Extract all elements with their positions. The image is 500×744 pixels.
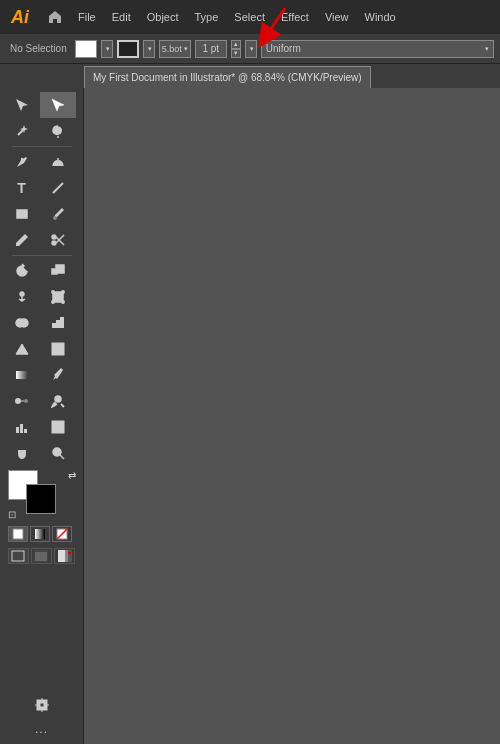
menu-effect[interactable]: Effect (273, 0, 317, 34)
svg-rect-7 (17, 210, 27, 218)
gradient-tool[interactable] (4, 362, 40, 388)
ai-logo: Ai (0, 0, 40, 34)
pen-tool[interactable] (4, 149, 40, 175)
svg-line-2 (18, 130, 23, 135)
menu-file[interactable]: File (70, 0, 104, 34)
pt-decrement[interactable]: ▼ (231, 49, 241, 58)
shape-builder-tool[interactable] (4, 310, 40, 336)
blend-tool[interactable] (4, 388, 40, 414)
pencil-tool[interactable] (4, 227, 40, 253)
menu-window[interactable]: Windo (357, 0, 404, 34)
selection-tool[interactable] (4, 92, 40, 118)
full-screen-mode[interactable] (54, 548, 75, 564)
menu-object[interactable]: Object (139, 0, 187, 34)
zoom-tool[interactable] (40, 440, 76, 466)
color-swatches-area: ⇄ ⊡ (4, 470, 80, 520)
swap-colors-icon[interactable]: ⇄ (68, 470, 76, 481)
svg-line-36 (61, 404, 64, 407)
pt-spinners: ▲ ▼ (231, 40, 241, 58)
menu-view[interactable]: View (317, 0, 357, 34)
lasso-tool[interactable] (40, 118, 76, 144)
svg-point-15 (20, 292, 24, 296)
type-tool[interactable]: T (4, 175, 40, 201)
options-bar: No Selection ▾ ▾ 5.bot ▾ 1 pt ▲ ▼ ▾ Unif… (0, 34, 500, 64)
document-tab[interactable]: My First Document in Illustrator* @ 68.8… (84, 66, 371, 88)
fill-dropdown[interactable]: ▾ (101, 40, 113, 58)
svg-point-19 (51, 301, 53, 303)
default-colors-icon[interactable]: ⊡ (8, 509, 16, 520)
color-mode-btn[interactable] (8, 526, 28, 542)
uniform-dropdown[interactable]: Uniform ▾ (261, 40, 494, 58)
canvas-area (84, 88, 500, 744)
svg-rect-31 (16, 371, 28, 379)
pt-dropdown[interactable]: ▾ (245, 40, 257, 58)
tool-row-1 (4, 92, 80, 118)
svg-rect-23 (52, 323, 56, 328)
menu-edit[interactable]: Edit (104, 0, 139, 34)
svg-rect-25 (60, 317, 64, 328)
svg-point-18 (61, 291, 63, 293)
more-tools-button[interactable]: ... (35, 722, 48, 736)
slice-tool[interactable] (40, 414, 76, 440)
menu-select[interactable]: Select (226, 0, 273, 34)
scissors-tool[interactable] (40, 227, 76, 253)
svg-rect-37 (16, 427, 19, 433)
tool-row-11 (4, 362, 80, 388)
screen-mode-buttons (4, 546, 80, 566)
column-graph-tool[interactable] (4, 414, 40, 440)
svg-point-32 (15, 398, 21, 404)
svg-point-17 (51, 291, 53, 293)
svg-rect-39 (24, 429, 27, 433)
tool-row-7 (4, 258, 80, 284)
toolbar-bottom: ... (24, 692, 60, 740)
svg-point-22 (20, 319, 28, 327)
svg-rect-53 (35, 552, 47, 561)
stroke-dropdown[interactable]: ▾ (143, 40, 155, 58)
tool-row-13 (4, 414, 80, 440)
pt-increment[interactable]: ▲ (231, 40, 241, 49)
menu-type[interactable]: Type (187, 0, 227, 34)
rectangle-tool[interactable] (4, 201, 40, 227)
stroke-color-swatch[interactable] (26, 484, 56, 514)
hand-tool[interactable] (4, 440, 40, 466)
stroke-value-input[interactable]: 5.bot ▾ (159, 40, 191, 58)
perspective-grid-tool[interactable] (4, 336, 40, 362)
menu-bar: File Edit Object Type Select Effect View… (70, 0, 500, 34)
mesh-tool[interactable] (40, 336, 76, 362)
normal-screen-mode[interactable] (8, 548, 29, 564)
svg-point-33 (24, 399, 28, 403)
tool-row-4: T (4, 175, 80, 201)
puppet-warp-tool[interactable] (4, 284, 40, 310)
line-segment-tool[interactable] (40, 175, 76, 201)
curvature-tool[interactable] (40, 149, 76, 175)
direct-selection-tool[interactable] (40, 92, 76, 118)
tool-row-14 (4, 440, 80, 466)
paintbrush-tool[interactable] (40, 201, 76, 227)
live-paint-tool[interactable] (40, 310, 76, 336)
tool-row-5 (4, 201, 80, 227)
gradient-mode-btn[interactable] (30, 526, 50, 542)
full-screen-menu-mode[interactable] (31, 548, 52, 564)
tool-row-8 (4, 284, 80, 310)
tool-row-10 (4, 336, 80, 362)
pt-value-input[interactable]: 1 pt (195, 40, 227, 58)
home-icon[interactable] (40, 0, 70, 34)
eyedropper-tool[interactable] (40, 362, 76, 388)
artboard-tool-bottom[interactable] (24, 692, 60, 718)
svg-rect-38 (20, 424, 23, 433)
symbol-sprayer-tool[interactable] (40, 388, 76, 414)
title-bar: Ai File Edit Object Type Select Effect V… (0, 0, 500, 34)
scale-tool[interactable] (40, 258, 76, 284)
svg-point-20 (61, 301, 63, 303)
fill-color-swatch[interactable] (75, 40, 97, 58)
none-mode-btn[interactable] (52, 526, 72, 542)
svg-rect-51 (12, 551, 24, 561)
svg-line-44 (60, 455, 64, 459)
svg-rect-55 (65, 550, 68, 562)
tool-row-9 (4, 310, 80, 336)
rotate-tool[interactable] (4, 258, 40, 284)
magic-wand-tool[interactable] (4, 118, 40, 144)
tool-row-12 (4, 388, 80, 414)
stroke-color-box[interactable] (117, 40, 139, 58)
free-transform-tool[interactable] (40, 284, 76, 310)
